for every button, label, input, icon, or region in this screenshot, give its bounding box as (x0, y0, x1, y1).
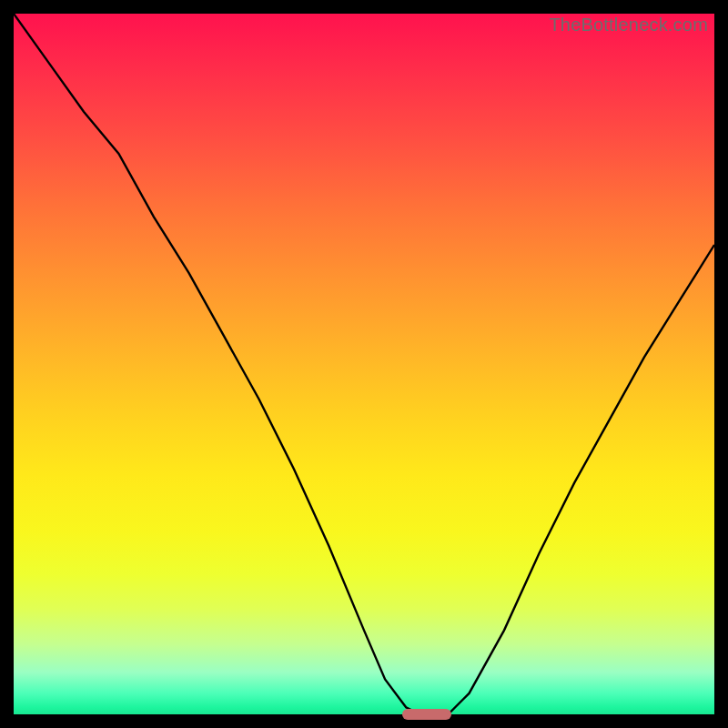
curve-path (14, 14, 714, 714)
chart-plot-area: TheBottleneck.com (14, 14, 714, 714)
chart-frame: TheBottleneck.com (0, 0, 728, 728)
bottleneck-curve (14, 14, 714, 714)
optimal-region-marker (402, 709, 451, 720)
